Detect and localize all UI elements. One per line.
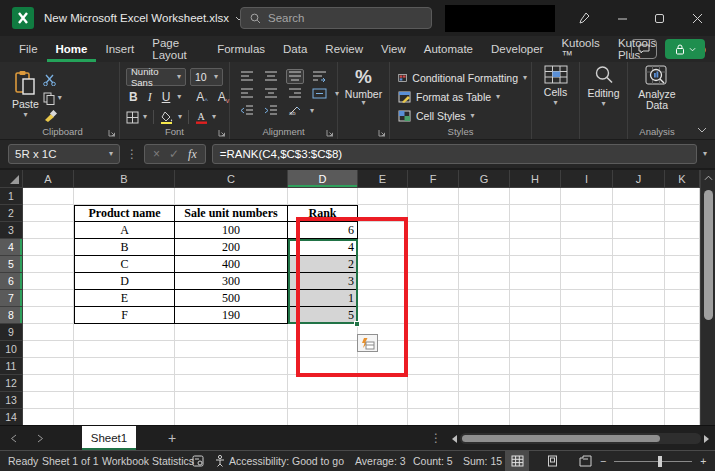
cell-E11[interactable]	[358, 358, 408, 375]
cell-F8[interactable]	[408, 307, 459, 324]
ribbon-tab-home[interactable]: Home	[47, 36, 97, 62]
row-header-12[interactable]: 12	[0, 375, 23, 392]
cell-I4[interactable]	[561, 239, 613, 256]
column-header-K[interactable]: K	[665, 170, 700, 188]
cell-I11[interactable]	[561, 358, 613, 375]
cell-D6[interactable]: 3	[288, 273, 358, 290]
cell-G10[interactable]	[459, 341, 510, 358]
cell-F12[interactable]	[408, 375, 459, 392]
cell-H3[interactable]	[510, 222, 561, 239]
cell-D14[interactable]	[288, 409, 358, 425]
cell-H2[interactable]	[510, 205, 561, 222]
cell-E8[interactable]	[358, 307, 408, 324]
font-color-button[interactable]: A	[195, 111, 208, 124]
font-size-select[interactable]: 10 ▾	[190, 68, 223, 86]
row-header-6[interactable]: 6	[0, 273, 23, 290]
cell-J1[interactable]	[613, 188, 665, 205]
row-header-11[interactable]: 11	[0, 358, 23, 375]
cell-B2[interactable]: Product name	[74, 205, 175, 222]
cell-G9[interactable]	[459, 324, 510, 341]
cell-I12[interactable]	[561, 375, 613, 392]
row-header-2[interactable]: 2	[0, 205, 23, 222]
alignment-dialog-launcher[interactable]	[326, 129, 334, 137]
underline-button[interactable]: U	[159, 90, 174, 104]
column-header-H[interactable]: H	[510, 170, 561, 188]
cell-B8[interactable]: F	[74, 307, 175, 324]
cell-D2[interactable]: Rank	[288, 205, 358, 222]
wrap-text-button[interactable]	[310, 69, 329, 84]
insert-function-button[interactable]: fx	[188, 147, 197, 162]
cell-F6[interactable]	[408, 273, 459, 290]
cell-C6[interactable]: 300	[175, 273, 288, 290]
row-header-8[interactable]: 8	[0, 307, 23, 324]
cell-C12[interactable]	[175, 375, 288, 392]
merge-center-button[interactable]	[310, 86, 329, 101]
cell-E7[interactable]	[358, 290, 408, 307]
cell-F4[interactable]	[408, 239, 459, 256]
cell-C8[interactable]: 190	[175, 307, 288, 324]
align-bottom-button[interactable]	[286, 69, 304, 84]
minimize-button[interactable]	[604, 0, 640, 36]
zoom-in-button[interactable]: +	[700, 455, 706, 467]
cell-A13[interactable]	[23, 392, 74, 409]
ribbon-tab-page-layout[interactable]: Page Layout	[143, 36, 208, 62]
format-painter-button[interactable]	[43, 109, 62, 123]
fill-handle[interactable]	[354, 321, 360, 327]
ribbon-tab-review[interactable]: Review	[316, 36, 372, 62]
status-count[interactable]: Count: 5	[413, 451, 453, 471]
cell-D13[interactable]	[288, 392, 358, 409]
cell-C10[interactable]	[175, 341, 288, 358]
status-sum[interactable]: Sum: 15	[463, 451, 502, 471]
cell-B9[interactable]	[74, 324, 175, 341]
close-button[interactable]	[679, 0, 715, 36]
page-break-view-button[interactable]	[573, 451, 597, 471]
name-box[interactable]: 5R x 1C ▾	[8, 144, 120, 164]
cell-K7[interactable]	[665, 290, 700, 307]
cell-H12[interactable]	[510, 375, 561, 392]
cell-K9[interactable]	[665, 324, 700, 341]
cell-F2[interactable]	[408, 205, 459, 222]
orientation-button[interactable]: ab	[286, 103, 304, 118]
cell-D12[interactable]	[288, 375, 358, 392]
ribbon-tab-view[interactable]: View	[372, 36, 415, 62]
ribbon-tab-formulas[interactable]: Formulas	[208, 36, 274, 62]
ribbon-tab-developer[interactable]: Developer	[482, 36, 552, 62]
expand-formula-bar-chevron[interactable]: ▾	[703, 151, 707, 157]
formula-input[interactable]: =RANK(C4,$C$3:$C$8)	[212, 144, 697, 164]
scroll-right-arrow[interactable]	[704, 435, 709, 443]
cell-H6[interactable]	[510, 273, 561, 290]
cell-J14[interactable]	[613, 409, 665, 425]
row-header-9[interactable]: 9	[0, 324, 23, 341]
cell-G12[interactable]	[459, 375, 510, 392]
cell-B4[interactable]: B	[74, 239, 175, 256]
ribbon-tab-insert[interactable]: Insert	[96, 36, 143, 62]
normal-view-button[interactable]	[505, 451, 529, 471]
cell-A8[interactable]	[23, 307, 74, 324]
cancel-entry-button[interactable]: ×	[153, 147, 160, 161]
cell-D1[interactable]	[288, 188, 358, 205]
cell-G3[interactable]	[459, 222, 510, 239]
next-sheet-arrow[interactable]	[27, 434, 54, 443]
column-header-B[interactable]: B	[74, 170, 175, 188]
cell-G13[interactable]	[459, 392, 510, 409]
cell-B10[interactable]	[74, 341, 175, 358]
cell-C1[interactable]	[175, 188, 288, 205]
search-input[interactable]: Search	[240, 7, 432, 29]
cell-F10[interactable]	[408, 341, 459, 358]
cell-J12[interactable]	[613, 375, 665, 392]
cell-I6[interactable]	[561, 273, 613, 290]
cell-K11[interactable]	[665, 358, 700, 375]
align-center-button[interactable]	[262, 86, 280, 101]
cell-F1[interactable]	[408, 188, 459, 205]
cell-D5[interactable]: 2	[288, 256, 358, 273]
font-dialog-launcher[interactable]	[218, 129, 226, 137]
cell-I8[interactable]	[561, 307, 613, 324]
cell-H14[interactable]	[510, 409, 561, 425]
row-header-4[interactable]: 4	[0, 239, 23, 256]
sheetbar-dots-icon[interactable]: ⋮	[430, 431, 442, 445]
cell-G1[interactable]	[459, 188, 510, 205]
cell-C13[interactable]	[175, 392, 288, 409]
cell-C9[interactable]	[175, 324, 288, 341]
cell-I1[interactable]	[561, 188, 613, 205]
cell-I10[interactable]	[561, 341, 613, 358]
